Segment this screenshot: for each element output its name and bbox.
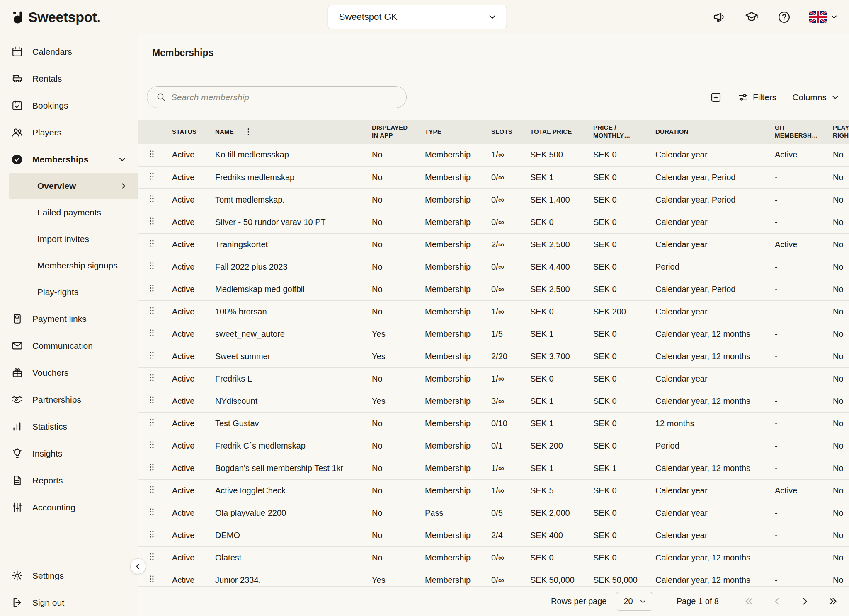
drag-handle-icon[interactable] (148, 373, 155, 382)
col-header-total-price[interactable]: TOTAL PRICE (523, 120, 586, 144)
cell-name[interactable]: Olatest (208, 546, 365, 569)
drag-handle-icon[interactable] (148, 351, 155, 360)
previous-page-button[interactable] (771, 596, 783, 607)
sidebar-subitem-import-invites[interactable]: Import invites (9, 226, 138, 252)
last-page-button[interactable] (827, 596, 838, 607)
cell-name[interactable]: NYdiscount (208, 390, 365, 412)
language-selector[interactable] (809, 11, 838, 23)
drag-handle-icon[interactable] (148, 194, 155, 203)
cell-name[interactable]: Junior 2334. (208, 569, 365, 586)
table-row[interactable]: Active 100% brorsan No Membership 1/∞ SE… (138, 300, 849, 323)
cell-name[interactable]: Fredriks medlemskap (208, 166, 365, 188)
table-row[interactable]: Active Test Gustav No Membership 0/10 SE… (138, 412, 849, 435)
col-header-git-membership[interactable]: GIT MEMBERSH… (768, 120, 826, 144)
sidebar-item-reports[interactable]: Reports (0, 467, 138, 494)
sidebar-item-insights[interactable]: Insights (0, 440, 138, 467)
cell-name[interactable]: Fredriks L (208, 367, 365, 390)
table-row[interactable]: Active Sweet summer Yes Membership 2/20 … (138, 345, 849, 367)
cell-name[interactable]: Medlemskap med golfbil (208, 278, 365, 300)
table-row[interactable]: Active Träningskortet No Membership 2/∞ … (138, 233, 849, 256)
cell-name[interactable]: Sweet summer (208, 345, 365, 367)
academy-button[interactable] (745, 10, 759, 24)
sidebar-collapse-button[interactable] (130, 558, 146, 574)
sidebar-item-bookings[interactable]: Bookings (0, 92, 138, 119)
cell-name[interactable]: sweet_new_autore (208, 323, 365, 345)
col-header-status[interactable]: STATUS (165, 120, 208, 144)
col-header-slots[interactable]: SLOTS (484, 120, 523, 144)
drag-handle-icon[interactable] (148, 507, 155, 516)
sidebar-item-sign-out[interactable]: Sign out (0, 589, 138, 616)
table-row[interactable]: Active Kö till medlemsskap No Membership… (138, 144, 849, 166)
cell-name[interactable]: Fredrik C´s medlemskap (208, 435, 365, 457)
sidebar-subitem-membership-signups[interactable]: Membership signups (9, 252, 138, 279)
sidebar-item-accounting[interactable]: Accounting (0, 494, 138, 521)
announcements-button[interactable] (712, 10, 726, 24)
next-page-button[interactable] (799, 596, 810, 607)
cell-name[interactable]: Test Gustav (208, 412, 365, 435)
club-selector[interactable]: Sweetspot GK (328, 5, 507, 29)
drag-handle-icon[interactable] (148, 552, 155, 561)
table-row[interactable]: Active Tomt medlemskap. No Membership 0/… (138, 188, 849, 211)
drag-handle-icon[interactable] (148, 239, 155, 248)
search-input[interactable] (147, 86, 407, 108)
sidebar-subitem-play-rights[interactable]: Play-rights (9, 279, 138, 305)
sidebar-subitem-overview[interactable]: Overview (9, 173, 138, 199)
drag-handle-icon[interactable] (148, 418, 155, 427)
drag-handle-icon[interactable] (148, 217, 155, 225)
cell-name[interactable]: Bogdan's sell membership Test 1kr (208, 457, 365, 479)
cell-name[interactable]: ActiveToggleCheck (208, 479, 365, 502)
table-row[interactable]: Active Fredriks L No Membership 1/∞ SEK … (138, 367, 849, 390)
cell-name[interactable]: Kö till medlemsskap (208, 144, 365, 166)
sidebar-item-players[interactable]: Players (0, 119, 138, 146)
sidebar-item-rentals[interactable]: Rentals (0, 65, 138, 92)
sidebar-item-vouchers[interactable]: Vouchers (0, 359, 138, 386)
sidebar-item-statistics[interactable]: Statistics (0, 413, 138, 440)
col-header-displayed-in-app[interactable]: DISPLAYED IN APP (365, 120, 418, 144)
table-row[interactable]: Active NYdiscount Yes Membership 3/∞ SEK… (138, 390, 849, 412)
cell-name[interactable]: Träningskortet (208, 233, 365, 256)
cell-name[interactable]: Tomt medlemskap. (208, 188, 365, 211)
drag-handle-icon[interactable] (148, 440, 155, 449)
table-row[interactable]: Active Silver - 50 rundor varav 10 PT No… (138, 211, 849, 233)
drag-handle-icon[interactable] (148, 396, 155, 404)
table-row[interactable]: Active sweet_new_autore Yes Membership 1… (138, 323, 849, 345)
drag-handle-icon[interactable] (148, 150, 155, 158)
table-row[interactable]: Active Bogdan's sell membership Test 1kr… (138, 457, 849, 479)
drag-handle-icon[interactable] (148, 172, 155, 181)
columns-button[interactable]: Columns (792, 92, 840, 102)
table-row[interactable]: Active DEMO No Membership 2/4 SEK 400 SE… (138, 524, 849, 546)
drag-handle-icon[interactable] (148, 530, 155, 539)
drag-handle-icon[interactable] (148, 306, 155, 315)
table-row[interactable]: Active Ola playvalue 2200 No Pass 0/5 SE… (138, 502, 849, 524)
table-row[interactable]: Active Olatest No Membership 0/∞ SEK 0 S… (138, 546, 849, 569)
sidebar-item-partnerships[interactable]: Partnerships (0, 386, 138, 413)
sidebar-item-calendars[interactable]: Calendars (0, 38, 138, 65)
help-button[interactable] (777, 10, 791, 24)
sidebar-item-payment-links[interactable]: Payment links (0, 305, 138, 332)
drag-handle-icon[interactable] (148, 485, 155, 494)
col-header-play-right[interactable]: PLAY-RIGHT… (826, 120, 849, 144)
cell-name[interactable]: DEMO (208, 524, 365, 546)
table-row[interactable]: Active Fall 2022 plus 2023 No Membership… (138, 256, 849, 278)
col-header-type[interactable]: TYPE (418, 120, 484, 144)
cell-name[interactable]: Fall 2022 plus 2023 (208, 256, 365, 278)
table-row[interactable]: Active ActiveToggleCheck No Membership 1… (138, 479, 849, 502)
drag-handle-icon[interactable] (148, 261, 155, 270)
table-row[interactable]: Active Fredriks medlemskap No Membership… (138, 166, 849, 188)
col-header-duration[interactable]: DURATION (648, 120, 768, 144)
column-menu-icon[interactable]: ⋮ (245, 127, 252, 137)
table-row[interactable]: Active Junior 2334. Yes Membership 0/∞ S… (138, 569, 849, 586)
col-header-price-monthly[interactable]: PRICE / MONTHLY… (586, 120, 648, 144)
cell-name[interactable]: Ola playvalue 2200 (208, 502, 365, 524)
sidebar-item-memberships[interactable]: Memberships (0, 146, 138, 173)
sidebar-subitem-failed-payments[interactable]: Failed payments (9, 199, 138, 226)
sidebar-item-settings[interactable]: Settings (0, 562, 138, 589)
col-header-name[interactable]: NAME ⋮ (208, 120, 365, 144)
first-page-button[interactable] (744, 596, 755, 607)
table-row[interactable]: Active Fredrik C´s medlemskap No Members… (138, 435, 849, 457)
add-membership-button[interactable] (710, 91, 722, 104)
drag-handle-icon[interactable] (148, 284, 155, 292)
cell-name[interactable]: Silver - 50 rundor varav 10 PT (208, 211, 365, 233)
drag-handle-icon[interactable] (148, 329, 155, 337)
drag-handle-icon[interactable] (148, 463, 155, 471)
